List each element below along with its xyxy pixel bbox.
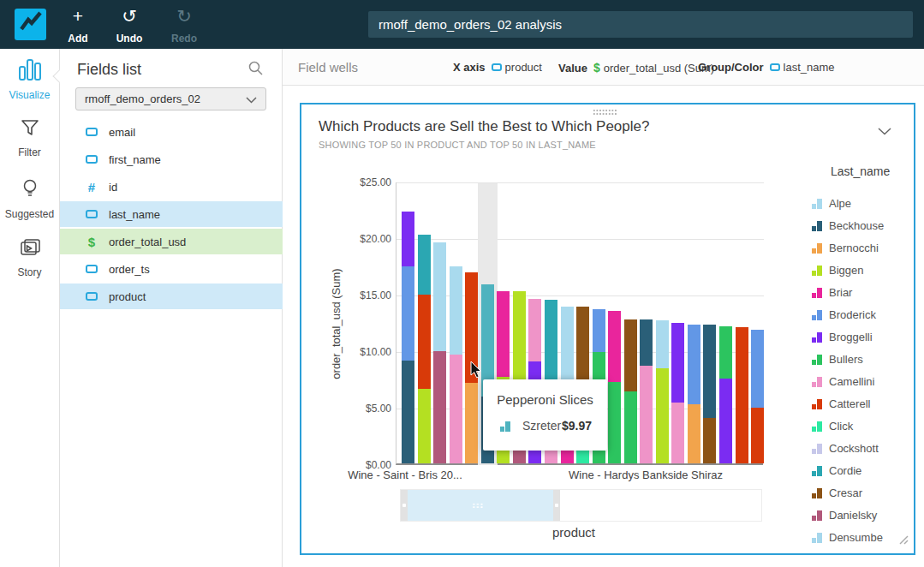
legend-entry-alpe[interactable]: Alpe: [812, 197, 913, 209]
bar-segment-bernocchi[interactable]: [688, 404, 700, 463]
field-item-product[interactable]: product: [60, 284, 283, 309]
sidebar-item-filter[interactable]: Filter: [0, 118, 59, 168]
legend-series-icon: [812, 242, 823, 254]
drag-handle-icon[interactable]: [593, 109, 617, 116]
legend-entry-cresar[interactable]: Cresar: [812, 486, 913, 498]
bar-segment-broggelli[interactable]: [402, 212, 414, 266]
bar-segment-biggen[interactable]: [418, 389, 431, 463]
bar-segment-camellini[interactable]: [528, 299, 541, 361]
field-item-id[interactable]: #id: [60, 174, 283, 200]
bar-segment-camellini[interactable]: [671, 403, 684, 463]
bar-segment-bullers[interactable]: [608, 382, 621, 463]
bar-segment-catterell[interactable]: [751, 408, 764, 463]
visual-subtitle: SHOWING TOP 50 IN PRODUCT AND TOP 50 IN …: [319, 140, 596, 150]
brush-selection[interactable]: [401, 490, 553, 521]
bar-segment-broggelli[interactable]: [671, 323, 684, 402]
bar-segment-cresar[interactable]: [624, 319, 637, 391]
legend-entry-danielsky[interactable]: Danielsky: [812, 509, 913, 521]
bar-segment-biggen[interactable]: [656, 368, 669, 463]
bar-segment-briar[interactable]: [608, 311, 621, 382]
brush-left-handle[interactable]: [401, 490, 408, 521]
bar-segment-broderick[interactable]: [593, 309, 605, 352]
bar-segment-broderick[interactable]: [751, 330, 764, 409]
legend-entry-bullers[interactable]: Bullers: [812, 353, 913, 365]
legend-entry-catterell[interactable]: Catterell: [812, 397, 913, 409]
dataset-dropdown[interactable]: rmoff_demo_orders_02: [75, 87, 266, 110]
legend-entry-broderick[interactable]: Broderick: [812, 308, 913, 320]
bar-segment-beckhouse[interactable]: [703, 325, 716, 418]
bar-segment-beckhouse[interactable]: [640, 319, 653, 366]
bar-segment-alpe[interactable]: [450, 266, 462, 354]
sidebar-item-story[interactable]: Story: [0, 238, 59, 288]
brush-grip-icon: [472, 503, 484, 509]
y-tick-label: $20.00: [340, 233, 391, 245]
legend-entry-broggelli[interactable]: Broggelli: [812, 331, 913, 343]
fields-panel: Fields list rmoff_demo_orders_02 emailfi…: [60, 49, 283, 567]
bar-segment-camellini[interactable]: [640, 366, 653, 463]
bar-segment-camellini[interactable]: [450, 355, 462, 463]
add-label: Add: [68, 33, 87, 45]
dimension-tag-icon: [86, 128, 98, 136]
visual-card[interactable]: Which Products are Sell the Best to Whic…: [300, 103, 915, 555]
field-item-last_name[interactable]: last_name: [60, 201, 283, 227]
legend-entry-click[interactable]: Click: [812, 420, 913, 432]
x-tick-label: Wine - Hardys Bankside Shiraz: [569, 469, 723, 481]
bar-segment-alpe[interactable]: [433, 242, 446, 351]
well-value: product: [505, 61, 542, 74]
field-item-order_total_usd[interactable]: $order_total_usd: [60, 229, 283, 254]
well-group-color[interactable]: Group/Colorlast_name: [698, 61, 835, 74]
bar-segment-bullers[interactable]: [719, 326, 732, 379]
bar-segment-broderick[interactable]: [688, 325, 700, 404]
analysis-title-input[interactable]: [368, 11, 913, 38]
legend-entry-beckhouse[interactable]: Beckhouse: [812, 219, 913, 231]
legend-entry-briar[interactable]: Briar: [812, 286, 913, 298]
bar-segment-briar[interactable]: [497, 291, 510, 377]
legend-entry-camellini[interactable]: Camellini: [812, 375, 913, 387]
resize-handle-icon[interactable]: [897, 533, 909, 548]
sidebar-item-suggested[interactable]: Suggested: [0, 178, 59, 228]
x-axis-brush-scrollbar[interactable]: [400, 489, 762, 522]
legend-entry-cockshott[interactable]: Cockshott: [812, 442, 913, 454]
field-item-order_ts[interactable]: order_ts: [60, 256, 283, 282]
search-icon[interactable]: [248, 61, 263, 79]
legend-entry-cordie[interactable]: Cordie: [812, 464, 913, 476]
visual-menu-chevron-icon[interactable]: [878, 123, 891, 139]
dimension-tag-icon: [86, 155, 98, 164]
redo-button[interactable]: ↻ Redo: [166, 7, 202, 45]
dimension-tag-icon: [770, 63, 780, 71]
field-item-email[interactable]: email: [60, 119, 283, 145]
field-label: email: [109, 126, 135, 139]
legend-series-icon: [812, 532, 823, 543]
legend-label: Cresar: [829, 486, 862, 499]
bar-segment-bernocchi[interactable]: [465, 383, 478, 463]
bar-segment-broderick[interactable]: [402, 266, 414, 361]
bar-segment-danielsky[interactable]: [433, 351, 446, 463]
field-label: product: [109, 290, 146, 303]
bar-segment-catterell[interactable]: [736, 327, 748, 463]
redo-icon: ↻: [176, 7, 192, 26]
quicksight-logo-icon[interactable]: [15, 9, 46, 40]
bar-segment-bullers[interactable]: [624, 391, 637, 463]
field-item-first_name[interactable]: first_name: [60, 146, 283, 172]
add-button[interactable]: + Add: [63, 7, 92, 45]
bar-segment-alpe[interactable]: [656, 320, 669, 368]
bar-segment-cordie[interactable]: [418, 235, 431, 294]
legend-series-icon: [812, 510, 823, 521]
legend-series-icon: [812, 198, 823, 209]
well-value[interactable]: Value$order_total_usd (Sum): [558, 61, 714, 75]
legend-entry-bernocchi[interactable]: Bernocchi: [812, 242, 913, 254]
bar-segment-cresar[interactable]: [703, 418, 716, 463]
bar-segment-catterell[interactable]: [418, 295, 431, 389]
undo-button[interactable]: ↺ Undo: [111, 7, 147, 45]
brush-right-handle[interactable]: [553, 490, 560, 521]
legend-label: Alpe: [829, 197, 851, 210]
chart-legend: Last_name AlpeBeckhouseBernocchiBiggenBr…: [812, 164, 913, 553]
sidebar-item-visualize[interactable]: Visualize: [0, 58, 59, 108]
undo-label: Undo: [116, 33, 143, 45]
legend-entry-biggen[interactable]: Biggen: [812, 264, 913, 276]
well-x-axis[interactable]: X axisproduct: [453, 61, 542, 74]
well-label: Value: [558, 62, 587, 75]
currency-dollar-icon: $: [86, 235, 98, 249]
bar-segment-broggelli[interactable]: [719, 379, 732, 463]
bar-segment-beckhouse[interactable]: [402, 361, 414, 463]
